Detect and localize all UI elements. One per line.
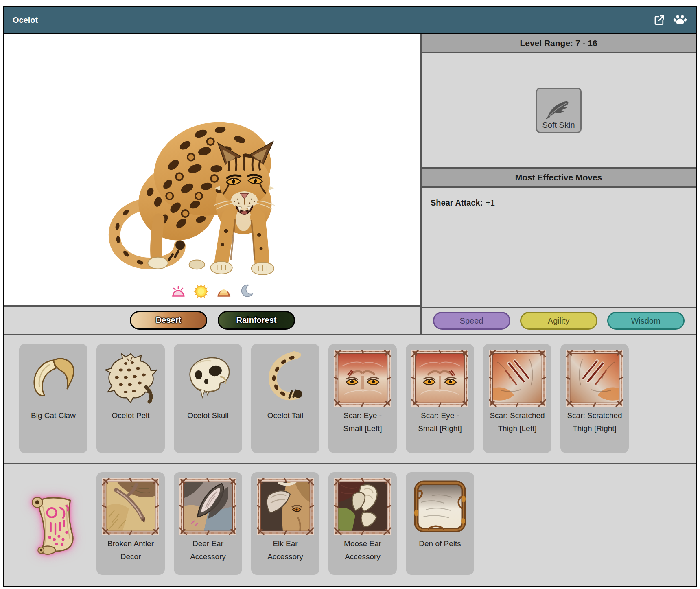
scar-thigh-right-icon — [566, 350, 623, 407]
drop-tile-elk-ear[interactable]: Elk Ear Accessory — [251, 472, 319, 575]
ocelot-skull-icon — [179, 350, 236, 407]
encounter-window: Ocelot — [3, 6, 697, 587]
recipe-scroll-icon[interactable] — [24, 490, 82, 557]
level-range-header: Level Range: 7 - 16 — [422, 34, 696, 53]
drop-label: Elk Ear Accessory — [251, 537, 319, 563]
drop-label: Den of Pelts — [406, 537, 474, 550]
day-icon — [193, 283, 209, 300]
page-title: Ocelot — [13, 15, 38, 25]
titlebar: Ocelot — [4, 7, 696, 34]
drop-tile-ocelot-skull[interactable]: Ocelot Skull — [174, 344, 242, 453]
drop-tile-big-cat-claw[interactable]: Big Cat Claw — [19, 344, 88, 453]
biome-row: Desert Rainforest — [4, 305, 420, 334]
move-entry: Shear Attack:+1 — [431, 198, 696, 208]
ability-soft-skin[interactable]: Soft Skin — [536, 88, 582, 133]
drop-tile-scar-thigh-left[interactable]: Scar: Scratched Thigh [Left] — [483, 344, 551, 453]
drop-tile-scar-eye-right[interactable]: Scar: Eye - Small [Right] — [406, 344, 474, 453]
drop-label: Ocelot Skull — [174, 409, 242, 422]
drop-label: Broken Antler Decor — [96, 537, 165, 563]
drop-label: Moose Ear Accessory — [328, 537, 397, 563]
drop-label: Ocelot Tail — [251, 409, 319, 422]
drop-tile-den-of-pelts[interactable]: Den of Pelts — [406, 472, 474, 575]
elk-ear-icon — [257, 478, 314, 535]
ability-area: Soft Skin — [422, 53, 696, 169]
stats-row: Speed Agility Wisdom — [422, 307, 696, 334]
drop-tile-scar-eye-left[interactable]: Scar: Eye - Small [Left] — [328, 344, 397, 453]
ability-label: Soft Skin — [542, 120, 575, 130]
deer-ear-icon — [179, 478, 236, 535]
special-drops-section: Broken Antler Decor Deer Ear Accessory — [4, 463, 696, 586]
move-value: +1 — [486, 198, 495, 207]
drop-label: Scar: Eye - Small [Left] — [328, 409, 397, 435]
broken-antler-icon — [102, 478, 159, 535]
drop-tile-deer-ear[interactable]: Deer Ear Accessory — [174, 472, 242, 575]
moves-header: Most Effective Moves — [422, 169, 696, 188]
info-panel: Level Range: 7 - 16 Soft Skin Most Effec… — [420, 34, 696, 334]
titlebar-icons — [653, 13, 687, 27]
biome-button-desert[interactable]: Desert — [130, 311, 207, 330]
ocelot-tail-icon — [257, 350, 314, 407]
scar-eye-right-icon — [411, 350, 468, 407]
drop-label: Ocelot Pelt — [96, 409, 165, 422]
active-times-row — [170, 283, 255, 300]
drop-label: Scar: Scratched Thigh [Right] — [560, 409, 629, 435]
drop-label: Scar: Scratched Thigh [Left] — [483, 409, 551, 435]
scar-thigh-left-icon — [489, 350, 546, 407]
ocelot-pelt-icon — [102, 350, 159, 407]
recipe-scroll-slot — [19, 472, 88, 575]
drops-section: Big Cat Claw Ocelot Pelt — [4, 334, 696, 463]
dusk-icon — [216, 283, 232, 300]
main-area: Desert Rainforest Level Range: 7 - 16 So… — [4, 34, 696, 334]
drop-label: Deer Ear Accessory — [174, 537, 242, 563]
dawn-icon — [170, 283, 186, 300]
moose-ear-icon — [334, 478, 391, 535]
drop-label: Big Cat Claw — [19, 409, 88, 422]
den-of-pelts-icon — [411, 478, 468, 535]
stat-button-wisdom[interactable]: Wisdom — [607, 312, 685, 330]
drop-label: Scar: Eye - Small [Right] — [406, 409, 474, 435]
moves-area: Shear Attack:+1 — [422, 188, 696, 307]
scar-eye-left-icon — [334, 350, 391, 407]
drop-tile-moose-ear[interactable]: Moose Ear Accessory — [328, 472, 397, 575]
external-link-icon[interactable] — [653, 14, 665, 26]
creature-panel: Desert Rainforest — [4, 34, 420, 334]
feather-icon — [545, 96, 572, 119]
biome-button-rainforest[interactable]: Rainforest — [218, 311, 295, 330]
move-name: Shear Attack: — [431, 198, 483, 207]
night-icon — [238, 283, 255, 300]
drop-tile-broken-antler[interactable]: Broken Antler Decor — [96, 472, 165, 575]
drop-tile-ocelot-tail[interactable]: Ocelot Tail — [251, 344, 319, 453]
ocelot-illustration — [103, 103, 322, 282]
drop-tile-ocelot-pelt[interactable]: Ocelot Pelt — [96, 344, 165, 453]
stat-button-agility[interactable]: Agility — [520, 312, 597, 330]
creature-image-area — [4, 34, 420, 305]
drop-tile-scar-thigh-right[interactable]: Scar: Scratched Thigh [Right] — [560, 344, 629, 453]
big-cat-claw-icon — [25, 350, 82, 407]
stat-button-speed[interactable]: Speed — [433, 312, 510, 330]
paw-icon[interactable] — [673, 13, 687, 27]
